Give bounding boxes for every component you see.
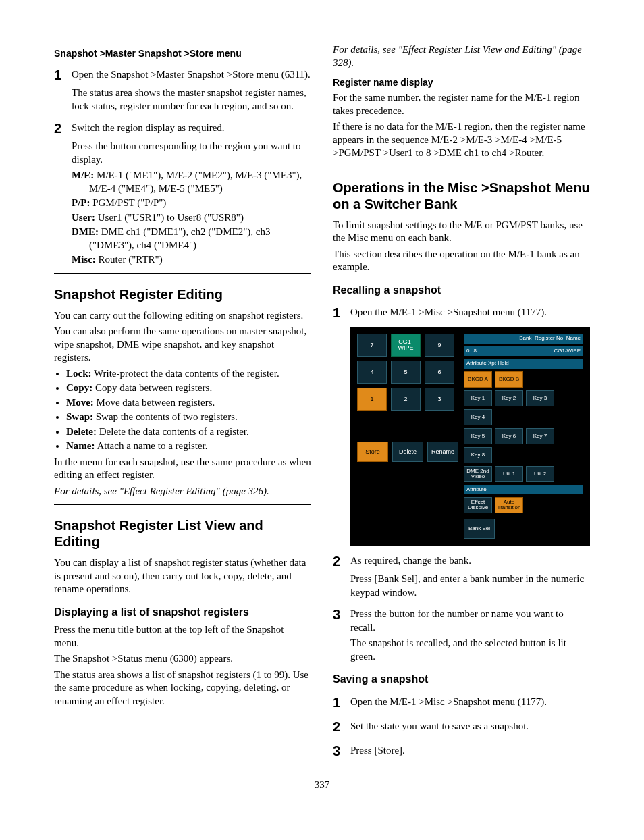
step-body: Open the M/E-1 >Misc >Snapshot menu (117… xyxy=(350,693,590,709)
step-body: Press [Store]. xyxy=(350,742,590,758)
dme-2nd-video-button[interactable]: DME 2nd Video xyxy=(464,466,492,482)
register-header: Bank Register No Name xyxy=(464,334,583,343)
effect-dissolve-button[interactable]: Effect Dissolve xyxy=(464,497,492,513)
step-1: 1 Open the Snapshot >Master Snapshot >St… xyxy=(54,66,311,84)
screenshot-left: 7 CG1-WIPE 9 4 5 6 1 2 3 Store Delete Re… xyxy=(357,334,458,539)
save-step-1: 1 Open the M/E-1 >Misc >Snapshot menu (1… xyxy=(333,693,590,711)
key-7-button[interactable]: Key 7 xyxy=(526,428,554,444)
bottom-row: Store Delete Rename xyxy=(357,442,458,462)
attr-xpt-hold-label: Attribute Xpt Hold xyxy=(464,359,583,368)
reference-link: For details, see "Effect Register Editin… xyxy=(54,485,311,498)
bank-sel-button[interactable]: Bank Sel xyxy=(464,519,495,539)
key-6-button[interactable]: Key 6 xyxy=(495,428,523,444)
rename-button[interactable]: Rename xyxy=(427,442,458,462)
keypad-7[interactable]: 7 xyxy=(357,334,387,357)
right-column: For details, see "Effect Register List V… xyxy=(333,41,590,762)
paragraph: For the same number, the register name f… xyxy=(333,91,590,117)
menu-screenshot: 7 CG1-WIPE 9 4 5 6 1 2 3 Store Delete Re… xyxy=(350,327,590,546)
screenshot-right: Bank Register No Name 0 8 CG1-WIPE Attri… xyxy=(464,334,583,539)
step-number: 2 xyxy=(333,552,350,570)
util-1-button[interactable]: Util 1 xyxy=(495,466,523,482)
register-values: 0 8 CG1-WIPE xyxy=(464,346,583,356)
paragraph: This section describes the operation on … xyxy=(333,248,590,274)
page-number: 337 xyxy=(54,779,590,792)
heading-register-editing: Snapshot Register Editing xyxy=(54,286,311,303)
step-number: 1 xyxy=(333,693,350,711)
keypad-3[interactable]: 3 xyxy=(425,388,454,411)
subheading-saving: Saving a snapshot xyxy=(333,673,590,687)
keypad-6[interactable]: 6 xyxy=(425,361,454,384)
keypad-cg1-wipe[interactable]: CG1-WIPE xyxy=(391,334,421,357)
paragraph: To limit snapshot settings to the M/E or… xyxy=(333,219,590,245)
paragraph: In the menu for each snapshot, use the s… xyxy=(54,456,311,482)
heading-misc-snapshot: Operations in the Misc >Snapshot Menu on… xyxy=(333,180,590,212)
recall-step-1: 1 Open the M/E-1 >Misc >Snapshot menu (1… xyxy=(333,304,590,321)
bkgd-b-button[interactable]: BKGD B xyxy=(495,371,523,388)
step-2-note: Press the button corresponding to the re… xyxy=(72,140,311,166)
paragraph: You can display a list of snapshot regis… xyxy=(54,556,311,596)
step-note: Press [Bank Sel], and enter a bank numbe… xyxy=(350,573,590,599)
auto-transition-button[interactable]: Auto Transition xyxy=(495,497,523,513)
step-1-note: The status area shows the master snapsho… xyxy=(72,86,311,113)
recall-step-3: 3 Press the button for the number or nam… xyxy=(333,606,590,634)
paragraph: The Snapshot >Status menu (6300) appears… xyxy=(54,652,311,666)
keypad-9[interactable]: 9 xyxy=(425,334,454,357)
key-3-button[interactable]: Key 3 xyxy=(526,390,554,406)
key-8-button[interactable]: Key 8 xyxy=(464,447,492,463)
paragraph: You can also perform the same operations… xyxy=(54,325,311,365)
heading-store-menu: Snapshot >Master Snapshot >Store menu xyxy=(54,47,311,59)
step-number: 2 xyxy=(54,120,72,137)
region-list: M/E: M/E-1 ("ME1"), M/E-2 ("ME2"), M/E-3… xyxy=(72,169,311,267)
step-body: Set the state you want to save as a snap… xyxy=(350,718,590,733)
save-step-3: 3 Press [Store]. xyxy=(333,742,590,760)
keypad-5[interactable]: 5 xyxy=(391,361,421,384)
util-2-button[interactable]: Util 2 xyxy=(526,466,554,482)
step-number: 3 xyxy=(333,606,350,623)
heading-list-view: Snapshot Register List View and Editing xyxy=(54,517,311,550)
bkgd-a-button[interactable]: BKGD A xyxy=(464,371,492,388)
edit-operations-list: Lock: Write-protect the data contents of… xyxy=(66,367,311,453)
key-1-button[interactable]: Key 1 xyxy=(464,390,492,406)
key-2-button[interactable]: Key 2 xyxy=(495,390,523,406)
keypad-4[interactable]: 4 xyxy=(357,361,387,384)
step-body: As required, change the bank. xyxy=(350,552,590,568)
step-body: Open the Snapshot >Master Snapshot >Stor… xyxy=(72,66,311,82)
key-4-button[interactable]: Key 4 xyxy=(464,409,492,425)
step-body: Switch the region display as required. xyxy=(72,120,311,135)
attribute-label: Attribute xyxy=(464,485,583,494)
paragraph: You can carry out the following editing … xyxy=(54,309,311,323)
save-step-2: 2 Set the state you want to save as a sn… xyxy=(333,718,590,735)
step-2: 2 Switch the region display as required. xyxy=(54,120,311,137)
step-body: Open the M/E-1 >Misc >Snapshot menu (117… xyxy=(350,304,590,319)
left-column: Snapshot >Master Snapshot >Store menu 1 … xyxy=(54,41,311,762)
keypad: 7 CG1-WIPE 9 4 5 6 1 2 3 xyxy=(357,334,458,438)
subheading-recalling: Recalling a snapshot xyxy=(333,284,590,298)
paragraph: Press the menu title button at the top l… xyxy=(54,623,311,650)
reference-link: For details, see "Effect Register List V… xyxy=(333,43,590,70)
step-note: The snapshot is recalled, and the select… xyxy=(350,637,590,663)
step-number: 2 xyxy=(333,718,350,735)
recall-step-2: 2 As required, change the bank. xyxy=(333,552,590,570)
step-number: 1 xyxy=(333,304,350,321)
step-number: 1 xyxy=(54,66,72,84)
key-5-button[interactable]: Key 5 xyxy=(464,428,492,444)
keypad-2[interactable]: 2 xyxy=(391,388,421,411)
subheading-display-list: Displaying a list of snapshot registers xyxy=(54,606,311,620)
step-body: Press the button for the number or name … xyxy=(350,606,590,634)
heading-register-name: Register name display xyxy=(333,76,590,88)
paragraph: The status area shows a list of snapshot… xyxy=(54,668,311,708)
delete-button[interactable]: Delete xyxy=(392,442,423,462)
paragraph: If there is no data for the M/E-1 region… xyxy=(333,120,590,160)
store-button[interactable]: Store xyxy=(357,442,388,462)
step-number: 3 xyxy=(333,742,350,760)
keypad-1[interactable]: 1 xyxy=(357,388,387,411)
